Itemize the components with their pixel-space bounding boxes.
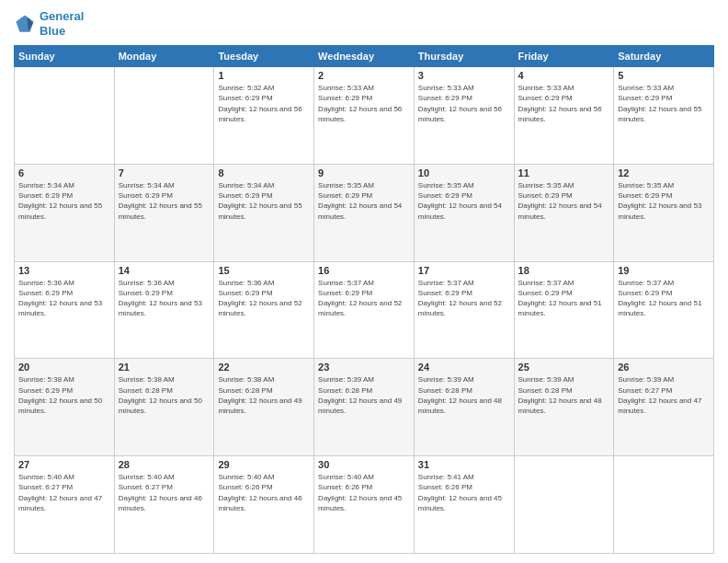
day-info: Sunrise: 5:32 AM Sunset: 6:29 PM Dayligh… (218, 83, 310, 124)
day-info: Sunrise: 5:41 AM Sunset: 6:26 PM Dayligh… (418, 472, 510, 513)
day-info: Sunrise: 5:35 AM Sunset: 6:29 PM Dayligh… (418, 180, 510, 222)
day-number: 6 (18, 167, 110, 178)
day-info: Sunrise: 5:39 AM Sunset: 6:28 PM Dayligh… (518, 374, 610, 416)
weekday-header: Friday (514, 46, 614, 67)
day-info: Sunrise: 5:35 AM Sunset: 6:29 PM Dayligh… (318, 180, 410, 222)
calendar-cell: 3Sunrise: 5:33 AM Sunset: 6:29 PM Daylig… (414, 67, 514, 165)
day-info: Sunrise: 5:36 AM Sunset: 6:29 PM Dayligh… (119, 278, 210, 319)
calendar-cell: 12Sunrise: 5:35 AM Sunset: 6:29 PM Dayli… (614, 164, 714, 261)
page: General Blue SundayMondayTuesdayWednesda… (0, 0, 728, 563)
calendar-cell: 8Sunrise: 5:34 AM Sunset: 6:29 PM Daylig… (214, 164, 314, 261)
calendar-cell: 14Sunrise: 5:36 AM Sunset: 6:29 PM Dayli… (114, 261, 214, 359)
calendar-cell: 29Sunrise: 5:40 AM Sunset: 6:26 PM Dayli… (214, 456, 314, 554)
day-info: Sunrise: 5:34 AM Sunset: 6:29 PM Dayligh… (218, 180, 310, 222)
calendar-cell: 2Sunrise: 5:33 AM Sunset: 6:29 PM Daylig… (314, 67, 415, 165)
day-info: Sunrise: 5:39 AM Sunset: 6:27 PM Dayligh… (618, 374, 710, 416)
day-number: 23 (318, 362, 410, 373)
day-info: Sunrise: 5:37 AM Sunset: 6:29 PM Dayligh… (318, 278, 410, 319)
header: General Blue (14, 9, 714, 38)
calendar-cell: 17Sunrise: 5:37 AM Sunset: 6:29 PM Dayli… (414, 261, 514, 359)
calendar-week-row: 13Sunrise: 5:36 AM Sunset: 6:29 PM Dayli… (15, 261, 714, 359)
calendar-cell: 13Sunrise: 5:36 AM Sunset: 6:29 PM Dayli… (15, 261, 115, 359)
calendar-week-row: 6Sunrise: 5:34 AM Sunset: 6:29 PM Daylig… (15, 164, 714, 261)
day-number: 14 (119, 265, 210, 276)
day-number: 12 (618, 167, 710, 178)
calendar-week-row: 20Sunrise: 5:38 AM Sunset: 6:29 PM Dayli… (15, 359, 714, 456)
calendar-cell: 1Sunrise: 5:32 AM Sunset: 6:29 PM Daylig… (214, 67, 314, 165)
day-info: Sunrise: 5:33 AM Sunset: 6:29 PM Dayligh… (318, 83, 410, 124)
calendar-cell: 21Sunrise: 5:38 AM Sunset: 6:28 PM Dayli… (114, 359, 214, 456)
day-info: Sunrise: 5:35 AM Sunset: 6:29 PM Dayligh… (518, 180, 610, 222)
logo-text: General Blue (40, 9, 84, 38)
calendar-cell: 9Sunrise: 5:35 AM Sunset: 6:29 PM Daylig… (314, 164, 415, 261)
day-info: Sunrise: 5:34 AM Sunset: 6:29 PM Dayligh… (119, 180, 210, 222)
weekday-header: Saturday (614, 46, 714, 67)
day-info: Sunrise: 5:40 AM Sunset: 6:26 PM Dayligh… (318, 472, 410, 513)
day-number: 13 (18, 265, 110, 276)
day-number: 24 (418, 362, 510, 373)
day-info: Sunrise: 5:38 AM Sunset: 6:29 PM Dayligh… (18, 374, 110, 416)
day-number: 11 (518, 167, 610, 178)
day-number: 30 (318, 459, 410, 470)
day-number: 21 (119, 362, 210, 373)
day-number: 4 (518, 70, 610, 81)
calendar-table: SundayMondayTuesdayWednesdayThursdayFrid… (14, 45, 714, 554)
day-info: Sunrise: 5:37 AM Sunset: 6:29 PM Dayligh… (418, 278, 510, 319)
day-number: 28 (119, 459, 210, 470)
day-number: 31 (418, 459, 510, 470)
day-number: 19 (618, 265, 710, 276)
calendar-cell: 22Sunrise: 5:38 AM Sunset: 6:28 PM Dayli… (214, 359, 314, 456)
calendar-cell: 26Sunrise: 5:39 AM Sunset: 6:27 PM Dayli… (614, 359, 714, 456)
calendar-cell: 19Sunrise: 5:37 AM Sunset: 6:29 PM Dayli… (614, 261, 714, 359)
calendar-cell: 24Sunrise: 5:39 AM Sunset: 6:28 PM Dayli… (414, 359, 514, 456)
day-number: 18 (518, 265, 610, 276)
day-info: Sunrise: 5:37 AM Sunset: 6:29 PM Dayligh… (518, 278, 610, 319)
day-number: 1 (218, 70, 310, 81)
calendar-week-row: 1Sunrise: 5:32 AM Sunset: 6:29 PM Daylig… (15, 67, 714, 165)
calendar-cell: 7Sunrise: 5:34 AM Sunset: 6:29 PM Daylig… (114, 164, 214, 261)
weekday-header: Sunday (15, 46, 115, 67)
day-number: 20 (18, 362, 110, 373)
calendar-cell (514, 456, 614, 554)
day-number: 3 (418, 70, 510, 81)
weekday-header: Wednesday (314, 46, 415, 67)
day-number: 15 (218, 265, 310, 276)
day-number: 5 (618, 70, 710, 81)
weekday-header: Tuesday (214, 46, 314, 67)
day-info: Sunrise: 5:40 AM Sunset: 6:27 PM Dayligh… (18, 472, 110, 513)
day-info: Sunrise: 5:38 AM Sunset: 6:28 PM Dayligh… (119, 374, 210, 416)
day-info: Sunrise: 5:39 AM Sunset: 6:28 PM Dayligh… (318, 374, 410, 416)
calendar-header-row: SundayMondayTuesdayWednesdayThursdayFrid… (15, 46, 714, 67)
calendar-cell: 31Sunrise: 5:41 AM Sunset: 6:26 PM Dayli… (414, 456, 514, 554)
calendar-cell: 10Sunrise: 5:35 AM Sunset: 6:29 PM Dayli… (414, 164, 514, 261)
logo: General Blue (14, 9, 84, 38)
weekday-header: Thursday (414, 46, 514, 67)
calendar-cell (614, 456, 714, 554)
calendar-cell: 25Sunrise: 5:39 AM Sunset: 6:28 PM Dayli… (514, 359, 614, 456)
day-info: Sunrise: 5:40 AM Sunset: 6:27 PM Dayligh… (119, 472, 210, 513)
day-number: 9 (318, 167, 410, 178)
day-info: Sunrise: 5:34 AM Sunset: 6:29 PM Dayligh… (18, 180, 110, 222)
day-number: 2 (318, 70, 410, 81)
day-info: Sunrise: 5:33 AM Sunset: 6:29 PM Dayligh… (518, 83, 610, 124)
calendar-cell: 23Sunrise: 5:39 AM Sunset: 6:28 PM Dayli… (314, 359, 415, 456)
day-number: 17 (418, 265, 510, 276)
calendar-cell: 16Sunrise: 5:37 AM Sunset: 6:29 PM Dayli… (314, 261, 415, 359)
day-number: 26 (618, 362, 710, 373)
day-number: 27 (18, 459, 110, 470)
day-number: 10 (418, 167, 510, 178)
calendar-cell: 15Sunrise: 5:36 AM Sunset: 6:29 PM Dayli… (214, 261, 314, 359)
calendar-cell: 20Sunrise: 5:38 AM Sunset: 6:29 PM Dayli… (15, 359, 115, 456)
calendar-cell: 27Sunrise: 5:40 AM Sunset: 6:27 PM Dayli… (15, 456, 115, 554)
calendar-cell (114, 67, 214, 165)
day-info: Sunrise: 5:37 AM Sunset: 6:29 PM Dayligh… (618, 278, 710, 319)
calendar-cell: 4Sunrise: 5:33 AM Sunset: 6:29 PM Daylig… (514, 67, 614, 165)
day-info: Sunrise: 5:36 AM Sunset: 6:29 PM Dayligh… (18, 278, 110, 319)
day-info: Sunrise: 5:39 AM Sunset: 6:28 PM Dayligh… (418, 374, 510, 416)
day-info: Sunrise: 5:36 AM Sunset: 6:29 PM Dayligh… (218, 278, 310, 319)
logo-icon (14, 13, 36, 35)
calendar-cell: 18Sunrise: 5:37 AM Sunset: 6:29 PM Dayli… (514, 261, 614, 359)
day-info: Sunrise: 5:40 AM Sunset: 6:26 PM Dayligh… (218, 472, 310, 513)
day-info: Sunrise: 5:33 AM Sunset: 6:29 PM Dayligh… (418, 83, 510, 124)
calendar-cell: 28Sunrise: 5:40 AM Sunset: 6:27 PM Dayli… (114, 456, 214, 554)
